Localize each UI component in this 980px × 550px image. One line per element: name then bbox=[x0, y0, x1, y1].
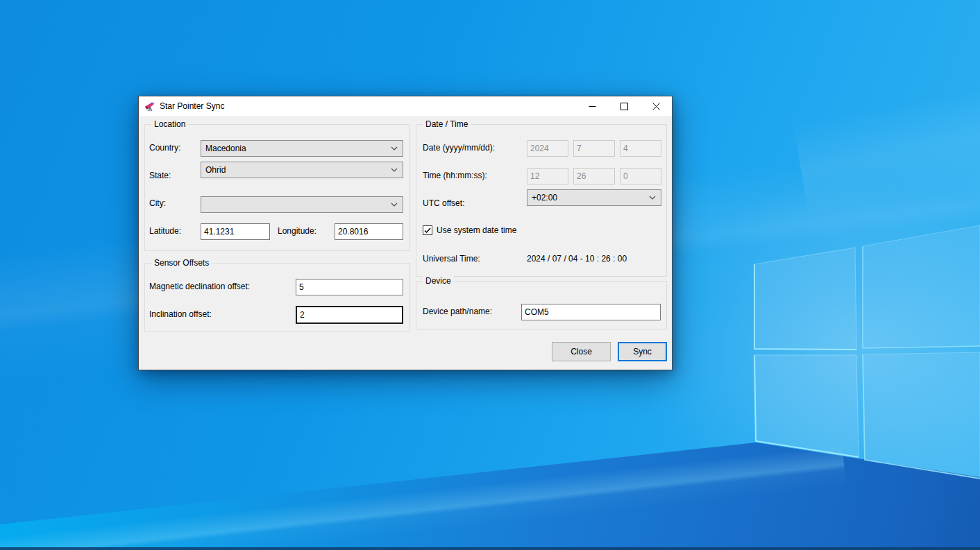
chevron-down-icon bbox=[649, 196, 656, 200]
close-button[interactable]: Close bbox=[552, 342, 611, 361]
city-dropdown[interactable] bbox=[201, 196, 403, 213]
date-day-input bbox=[620, 140, 661, 157]
latitude-label: Latitude: bbox=[149, 226, 181, 236]
chevron-down-icon bbox=[391, 168, 398, 172]
location-group: Location Country: Macedonia State: Ohrid… bbox=[144, 124, 410, 251]
utc-offset-label: UTC offset: bbox=[423, 198, 464, 208]
longitude-input[interactable] bbox=[335, 223, 403, 240]
close-button-caption[interactable] bbox=[640, 96, 672, 116]
time-label: Time (hh:mm:ss): bbox=[423, 171, 487, 180]
chevron-down-icon bbox=[391, 203, 398, 207]
star-pointer-sync-window: Star Pointer Sync Location Country: Mace… bbox=[138, 96, 673, 370]
time-hour-input bbox=[527, 168, 568, 184]
state-dropdown-value: Ohrid bbox=[205, 165, 226, 175]
minimize-icon bbox=[589, 103, 596, 110]
screen-bottom-edge bbox=[0, 547, 980, 550]
checkmark-icon bbox=[423, 225, 432, 235]
city-label: City: bbox=[149, 198, 166, 208]
date-label: Date (yyyy/mm/dd): bbox=[423, 143, 495, 153]
close-icon bbox=[652, 103, 660, 110]
datetime-group-title: Date / Time bbox=[423, 119, 471, 130]
magnetic-declination-input[interactable] bbox=[296, 279, 403, 295]
inclination-offset-label: Inclination offset: bbox=[149, 309, 212, 319]
device-path-label: Device path/name: bbox=[423, 307, 492, 316]
longitude-label: Longitude: bbox=[278, 226, 316, 236]
date-year-input bbox=[527, 140, 568, 157]
use-system-datetime-checkbox[interactable]: Use system date time bbox=[423, 225, 516, 235]
state-dropdown[interactable]: Ohrid bbox=[201, 162, 403, 178]
sensor-offsets-group: Sensor Offsets Magnetic declination offs… bbox=[144, 263, 410, 332]
device-group-title: Device bbox=[423, 276, 454, 286]
latitude-input[interactable] bbox=[201, 223, 270, 240]
sensor-offsets-group-title: Sensor Offsets bbox=[151, 258, 212, 268]
use-system-datetime-label: Use system date time bbox=[437, 225, 516, 235]
universal-time-label: Universal Time: bbox=[423, 254, 480, 264]
utc-offset-value: +02:00 bbox=[532, 193, 557, 203]
country-dropdown[interactable]: Macedonia bbox=[201, 140, 403, 157]
device-group: Device Device path/name: bbox=[416, 281, 667, 329]
window-title: Star Pointer Sync bbox=[160, 101, 224, 111]
telescope-icon bbox=[144, 101, 155, 112]
time-second-input bbox=[620, 168, 661, 184]
location-group-title: Location bbox=[151, 119, 188, 130]
windows-logo-icon bbox=[736, 222, 980, 485]
chevron-down-icon bbox=[391, 146, 398, 151]
country-dropdown-value: Macedonia bbox=[205, 144, 246, 153]
state-label: State: bbox=[149, 171, 171, 180]
time-minute-input bbox=[573, 168, 615, 184]
titlebar[interactable]: Star Pointer Sync bbox=[139, 96, 672, 116]
datetime-group: Date / Time Date (yyyy/mm/dd): Time (hh:… bbox=[416, 124, 667, 277]
maximize-icon bbox=[620, 103, 628, 110]
magnetic-declination-label: Magnetic declination offset: bbox=[149, 282, 250, 291]
maximize-button[interactable] bbox=[608, 96, 640, 116]
device-path-input[interactable] bbox=[521, 304, 661, 320]
date-month-input bbox=[573, 140, 615, 157]
utc-offset-dropdown[interactable]: +02:00 bbox=[527, 189, 661, 206]
inclination-offset-input[interactable] bbox=[296, 306, 403, 324]
country-label: Country: bbox=[149, 143, 180, 153]
sync-button[interactable]: Sync bbox=[618, 342, 667, 361]
minimize-button[interactable] bbox=[576, 96, 608, 116]
universal-time-value: 2024 / 07 / 04 - 10 : 26 : 00 bbox=[527, 254, 627, 264]
